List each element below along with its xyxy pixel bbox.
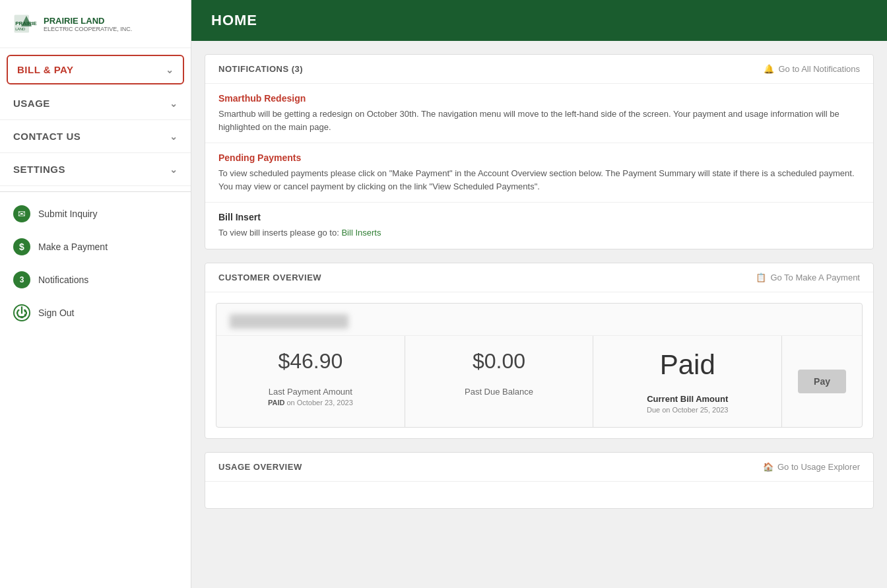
go-to-usage-explorer-link[interactable]: 🏠 Go to Usage Explorer [763,462,860,472]
notifications-card-header: NOTIFICATIONS (3) 🔔 Go to All Notificati… [205,55,873,84]
prairie-land-logo: PRAIRIE LAND [13,11,40,37]
past-due-label: Past Due Balance [421,387,577,397]
usage-overview-header: USAGE OVERVIEW 🏠 Go to Usage Explorer [205,453,873,482]
bell-icon: 🔔 [764,64,774,74]
bill-inserts-link[interactable]: Bill Inserts [341,228,381,238]
notification-title-bill-insert: Bill Insert [218,212,860,222]
go-to-all-notifications-link[interactable]: 🔔 Go to All Notifications [764,64,860,74]
past-due-cell: $0.00 Past Due Balance [405,336,594,427]
power-icon: ⏻ [13,304,30,321]
page-title: HOME [211,12,257,28]
customer-overview-title: CUSTOMER OVERVIEW [218,273,321,282]
submit-inquiry-action[interactable]: ✉ Submit Inquiry [0,197,191,230]
notifications-card: NOTIFICATIONS (3) 🔔 Go to All Notificati… [205,54,874,249]
last-payment-label: Last Payment Amount [232,387,389,397]
logo: PRAIRIE LAND PRAIRIE LAND ELECTRIC COOPE… [13,11,178,37]
last-payment-sublabel: PAID on October 23, 2023 [232,399,389,407]
sidebar: PRAIRIE LAND PRAIRIE LAND ELECTRIC COOPE… [0,0,191,588]
nav-usage[interactable]: USAGE ⌄ [0,87,191,120]
make-payment-action[interactable]: $ Make a Payment [0,230,191,263]
notification-body-pending: To view scheduled payments please click … [218,167,860,193]
notification-bill-insert: Bill Insert To view bill inserts please … [205,203,873,249]
envelope-icon: ✉ [13,205,30,222]
account-name-blurred [230,314,348,329]
usage-overview-body [205,482,873,508]
chevron-down-icon: ⌄ [170,98,178,109]
svg-text:LAND: LAND [15,27,25,31]
logo-name-line2: ELECTRIC COOPERATIVE, INC. [44,26,132,32]
notification-smarthub-redesign: Smarthub Redesign Smarthub will be getti… [205,84,873,143]
notification-pending-payments: Pending Payments To view scheduled payme… [205,143,873,203]
last-payment-cell: $46.90 Last Payment Amount PAID on Octob… [216,336,405,427]
nav-settings[interactable]: SETTINGS ⌄ [0,153,191,186]
pay-button-cell: Pay [782,336,862,427]
customer-overview-card: CUSTOMER OVERVIEW 📋 Go To Make A Payment… [205,263,874,439]
chevron-down-icon: ⌄ [166,65,174,75]
customer-overview-header: CUSTOMER OVERVIEW 📋 Go To Make A Payment [205,263,873,292]
logo-name-line1: PRAIRIE LAND [44,16,132,26]
notifications-badge-icon: 3 [13,271,30,288]
paid-word: PAID [268,399,284,407]
notification-title-pending: Pending Payments [218,152,860,163]
logo-area: PRAIRIE LAND PRAIRIE LAND ELECTRIC COOPE… [0,0,191,48]
nav-contact-us[interactable]: CONTACT US ⌄ [0,120,191,153]
payment-doc-icon: 📋 [756,273,766,282]
last-payment-amount: $46.90 [232,349,389,374]
sidebar-divider [0,191,191,192]
usage-overview-card: USAGE OVERVIEW 🏠 Go to Usage Explorer [205,452,874,509]
usage-overview-title: USAGE OVERVIEW [218,462,302,472]
usage-explorer-icon: 🏠 [763,462,773,472]
dollar-icon: $ [13,238,30,255]
past-due-amount: $0.00 [421,349,577,374]
sign-out-action[interactable]: ⏻ Sign Out [0,296,191,329]
main-content: HOME NOTIFICATIONS (3) 🔔 Go to All Notif… [191,0,887,588]
notifications-action[interactable]: 3 Notifications [0,263,191,296]
overview-inner: $46.90 Last Payment Amount PAID on Octob… [216,303,863,428]
current-bill-status: Paid [609,349,766,381]
go-to-make-payment-link[interactable]: 📋 Go To Make A Payment [756,273,860,282]
chevron-down-icon: ⌄ [170,131,178,142]
notification-title-smarthub: Smarthub Redesign [218,93,860,104]
current-bill-label: Current Bill Amount [609,394,766,404]
notification-body-smarthub: Smarthub will be getting a redesign on O… [218,108,860,133]
page-header: HOME [191,0,887,41]
chevron-down-icon: ⌄ [170,164,178,175]
pay-button[interactable]: Pay [798,370,846,393]
nav-bill-pay[interactable]: BILL & PAY ⌄ [7,55,184,84]
current-bill-cell: Paid Current Bill Amount Due on October … [593,336,782,427]
payment-grid: $46.90 Last Payment Amount PAID on Octob… [216,335,862,427]
current-bill-due: Due on October 25, 2023 [609,406,766,414]
notifications-title: NOTIFICATIONS (3) [218,64,303,74]
content-area: NOTIFICATIONS (3) 🔔 Go to All Notificati… [191,41,887,522]
notification-body-bill-insert: To view bill inserts please go to: Bill … [218,226,860,240]
